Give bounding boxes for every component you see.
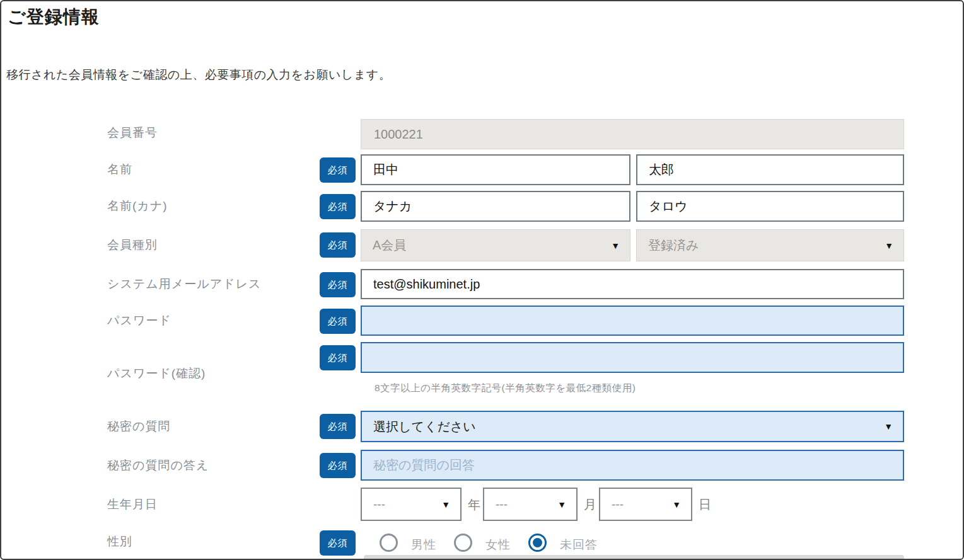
next-field-cutoff	[364, 555, 904, 560]
secret-answer-label: 秘密の質問の答え	[107, 457, 209, 474]
gender-required-badge: 必須	[320, 530, 356, 556]
password-confirm-field-wrap	[361, 342, 904, 373]
page-title: ご登録情報	[8, 5, 100, 29]
registration-form-page: ご登録情報 移行された会員情報をご確認の上、必要事項の入力をお願いします。 会員…	[0, 0, 964, 560]
password-confirm-label: パスワード(確認)	[107, 365, 206, 382]
last-name-field-wrap	[361, 154, 630, 185]
email-label: システム用メールアドレス	[107, 276, 261, 292]
name-required-badge: 必須	[320, 157, 356, 183]
birth-year-value: ---	[362, 498, 385, 511]
password-confirm-required-badge: 必須	[320, 345, 356, 370]
password-input[interactable]	[362, 307, 903, 334]
dropdown-arrow-icon: ▼	[441, 500, 460, 509]
day-suffix-label: 日	[699, 496, 712, 513]
page-description: 移行された会員情報をご確認の上、必要事項の入力をお願いします。	[6, 67, 391, 83]
first-name-kana-field-wrap	[636, 191, 904, 222]
last-name-input[interactable]	[362, 156, 629, 184]
member-number-label: 会員番号	[107, 125, 158, 141]
secret-question-label: 秘密の質問	[107, 418, 170, 435]
member-number-field: 1000221	[361, 119, 904, 149]
first-name-field-wrap	[636, 154, 904, 185]
member-number-value: 1000221	[361, 127, 423, 142]
dropdown-arrow-icon: ▼	[672, 500, 691, 509]
password-required-badge: 必須	[320, 309, 356, 334]
secret-answer-field-wrap	[361, 450, 904, 481]
dropdown-arrow-icon: ▼	[611, 241, 630, 250]
last-name-kana-input[interactable]	[362, 192, 629, 220]
password-confirm-input[interactable]	[362, 343, 903, 372]
member-type-label: 会員種別	[107, 237, 158, 253]
secret-question-required-badge: 必須	[320, 414, 356, 439]
member-type-required-badge: 必須	[320, 232, 356, 258]
last-name-kana-field-wrap	[361, 191, 630, 222]
name-kana-label: 名前(カナ)	[107, 198, 168, 214]
password-label: パスワード	[107, 312, 171, 329]
birth-day-value: ---	[600, 498, 624, 511]
dropdown-arrow-icon: ▼	[884, 422, 903, 431]
secret-answer-input[interactable]	[362, 451, 903, 479]
gender-radio-noanswer-label: 未回答	[560, 537, 598, 553]
gender-radio-female-label: 女性	[485, 537, 511, 553]
secret-question-selected-value: 選択してください	[362, 418, 476, 435]
secret-answer-required-badge: 必須	[320, 453, 356, 478]
member-type-selected-value: A会員	[361, 237, 406, 254]
birth-day-select[interactable]: --- ▼	[599, 488, 692, 521]
password-hint: 8文字以上の半角英数字記号(半角英数字を最低2種類使用)	[375, 382, 636, 395]
member-type-select[interactable]: A会員 ▼	[361, 229, 630, 261]
birthdate-label: 生年月日	[107, 496, 158, 513]
gender-radio-male[interactable]	[380, 534, 398, 552]
name-label: 名前	[107, 161, 132, 178]
month-suffix-label: 月	[584, 496, 597, 513]
gender-label: 性別	[107, 534, 132, 550]
member-status-selected-value: 登録済み	[637, 237, 699, 254]
email-required-badge: 必須	[320, 272, 356, 297]
password-field-wrap	[361, 306, 904, 336]
year-suffix-label: 年	[468, 496, 481, 513]
gender-radio-female[interactable]	[454, 534, 472, 552]
birth-month-select[interactable]: --- ▼	[483, 488, 578, 521]
first-name-input[interactable]	[637, 156, 903, 184]
email-field-wrap	[361, 269, 904, 299]
first-name-kana-input[interactable]	[637, 192, 903, 220]
email-input[interactable]	[362, 270, 903, 298]
gender-radio-noanswer[interactable]	[528, 534, 547, 552]
birth-year-select[interactable]: --- ▼	[361, 488, 462, 521]
member-status-select[interactable]: 登録済み ▼	[636, 229, 904, 261]
dropdown-arrow-icon: ▼	[885, 241, 903, 250]
gender-radio-male-label: 男性	[411, 537, 436, 553]
name-kana-required-badge: 必須	[320, 194, 356, 219]
dropdown-arrow-icon: ▼	[557, 500, 576, 509]
secret-question-select[interactable]: 選択してください ▼	[361, 411, 904, 442]
birth-month-value: ---	[484, 498, 508, 511]
